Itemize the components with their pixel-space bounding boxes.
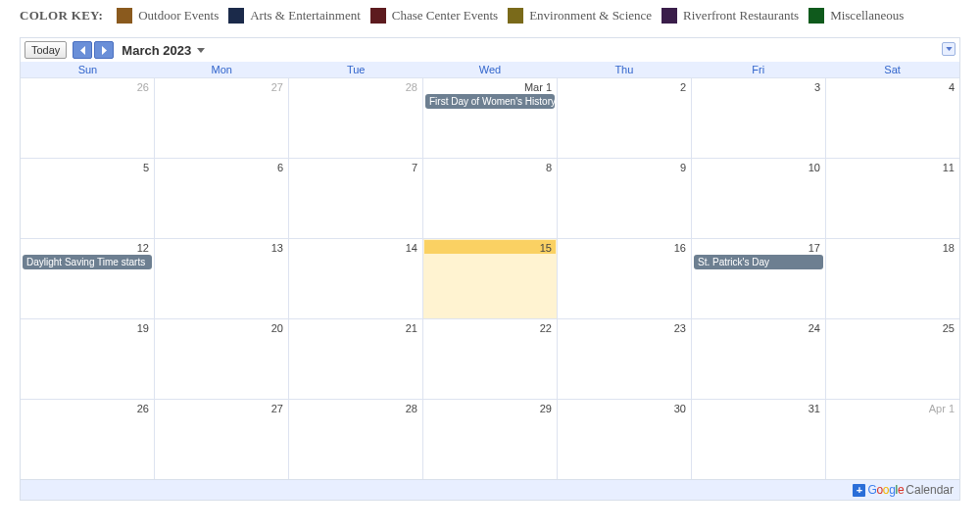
today-button[interactable]: Today xyxy=(24,41,67,59)
color-key-item: Riverfront Restaurants xyxy=(662,8,799,24)
date-number: 15 xyxy=(424,240,556,254)
day-cell[interactable]: 27 xyxy=(154,400,288,479)
day-header: Mon xyxy=(155,62,289,77)
calendar-grid: 262728Mar 1First Day of Women's History … xyxy=(21,77,959,479)
chevron-left-icon xyxy=(79,46,86,55)
day-cell[interactable]: 23 xyxy=(557,319,691,399)
color-key-bar: COLOR KEY: Outdoor Events Arts & Enterta… xyxy=(0,0,980,37)
day-header: Sat xyxy=(825,62,959,77)
google-calendar-text: Calendar xyxy=(906,483,954,497)
day-cell[interactable]: 28 xyxy=(288,78,422,158)
chevron-right-icon xyxy=(101,46,108,55)
swatch-icon xyxy=(808,8,824,24)
date-number: 17 xyxy=(693,240,824,254)
date-number: 27 xyxy=(156,401,287,414)
day-cell[interactable]: 12Daylight Saving Time starts xyxy=(21,239,154,318)
day-cell[interactable]: 29 xyxy=(422,400,557,479)
calendar-footer: + GoogleCalendar xyxy=(21,479,959,500)
day-cell[interactable]: 19 xyxy=(21,319,154,399)
date-number: Apr 1 xyxy=(827,401,958,414)
date-number: 30 xyxy=(559,401,690,414)
month-picker[interactable]: March 2023 xyxy=(122,43,205,58)
date-number: 23 xyxy=(559,320,690,334)
day-cell[interactable]: 27 xyxy=(154,78,288,158)
calendar-menu-button[interactable] xyxy=(942,42,956,56)
color-key-label: COLOR KEY: xyxy=(20,8,103,24)
key-text: Outdoor Events xyxy=(138,8,219,24)
date-number: Mar 1 xyxy=(424,79,556,93)
plus-icon: + xyxy=(853,484,865,497)
day-cell[interactable]: 11 xyxy=(825,159,959,238)
day-cell[interactable]: 9 xyxy=(557,159,691,238)
day-cell[interactable]: 15 xyxy=(422,239,557,318)
day-cell[interactable]: 21 xyxy=(288,319,422,399)
day-cell[interactable]: 16 xyxy=(557,239,691,318)
day-cell[interactable]: 25 xyxy=(825,319,959,399)
day-header-row: Sun Mon Tue Wed Thu Fri Sat xyxy=(21,62,959,77)
date-number: 19 xyxy=(22,320,153,334)
calendar-event[interactable]: Daylight Saving Time starts xyxy=(23,255,152,269)
day-cell[interactable]: 4 xyxy=(825,78,959,158)
date-number: 20 xyxy=(156,320,287,334)
day-cell[interactable]: 28 xyxy=(288,400,422,479)
date-number: 31 xyxy=(693,401,824,414)
date-number: 7 xyxy=(290,160,421,173)
prev-month-button[interactable] xyxy=(73,41,92,59)
date-number: 9 xyxy=(559,160,690,173)
day-cell[interactable]: 22 xyxy=(422,319,557,399)
day-header: Fri xyxy=(691,62,825,77)
day-cell[interactable]: 2 xyxy=(557,78,691,158)
date-number: 28 xyxy=(290,79,421,93)
day-cell[interactable]: 13 xyxy=(154,239,288,318)
date-number: 6 xyxy=(156,160,287,173)
google-calendar-link[interactable]: + GoogleCalendar xyxy=(853,483,954,497)
day-cell[interactable]: 10 xyxy=(691,159,825,238)
day-cell[interactable]: 30 xyxy=(557,400,691,479)
google-logo-text: Google xyxy=(867,483,904,497)
day-cell[interactable]: 26 xyxy=(21,400,154,479)
date-number: 24 xyxy=(693,320,824,334)
chevron-down-icon xyxy=(197,48,205,53)
day-cell[interactable]: 6 xyxy=(154,159,288,238)
color-key-item: Environment & Science xyxy=(508,8,652,24)
swatch-icon xyxy=(228,8,244,24)
date-number: 27 xyxy=(156,79,287,93)
day-cell[interactable]: 14 xyxy=(288,239,422,318)
week-row: 12Daylight Saving Time starts1314151617S… xyxy=(21,238,959,318)
week-row: 19202122232425 xyxy=(21,318,959,399)
month-label-text: March 2023 xyxy=(122,43,191,58)
day-cell[interactable]: 7 xyxy=(288,159,422,238)
calendar-container: Today March 2023 Sun Mon Tue Wed Thu Fri… xyxy=(20,37,960,501)
date-number: 22 xyxy=(424,320,556,334)
day-cell[interactable]: 17St. Patrick's Day xyxy=(691,239,825,318)
calendar-event[interactable]: St. Patrick's Day xyxy=(694,255,823,269)
day-cell[interactable]: 8 xyxy=(422,159,557,238)
day-cell[interactable]: 20 xyxy=(154,319,288,399)
week-row: 262728Mar 1First Day of Women's History … xyxy=(21,77,959,158)
date-number: 14 xyxy=(290,240,421,254)
date-number: 2 xyxy=(559,79,690,93)
date-number: 28 xyxy=(290,401,421,414)
day-cell[interactable]: 5 xyxy=(21,159,154,238)
calendar-event[interactable]: First Day of Women's History Month xyxy=(425,94,555,109)
day-cell[interactable]: Mar 1First Day of Women's History Month xyxy=(422,78,557,158)
date-number: 4 xyxy=(827,79,958,93)
date-number: 25 xyxy=(827,320,958,334)
next-month-button[interactable] xyxy=(94,41,114,59)
date-number: 13 xyxy=(156,240,287,254)
chevron-down-icon xyxy=(946,47,953,51)
week-row: 567891011 xyxy=(21,158,959,238)
date-number: 26 xyxy=(22,401,153,414)
day-cell[interactable]: 18 xyxy=(825,239,959,318)
date-number: 16 xyxy=(559,240,690,254)
date-number: 11 xyxy=(827,160,958,173)
day-cell[interactable]: 3 xyxy=(691,78,825,158)
date-number: 12 xyxy=(22,240,153,254)
day-cell[interactable]: 26 xyxy=(21,78,154,158)
day-cell[interactable]: 31 xyxy=(691,400,825,479)
day-cell[interactable]: 24 xyxy=(691,319,825,399)
date-number: 18 xyxy=(827,240,958,254)
date-number: 29 xyxy=(424,401,556,414)
day-cell[interactable]: Apr 1 xyxy=(825,400,959,479)
calendar-toolbar: Today March 2023 xyxy=(21,38,959,62)
